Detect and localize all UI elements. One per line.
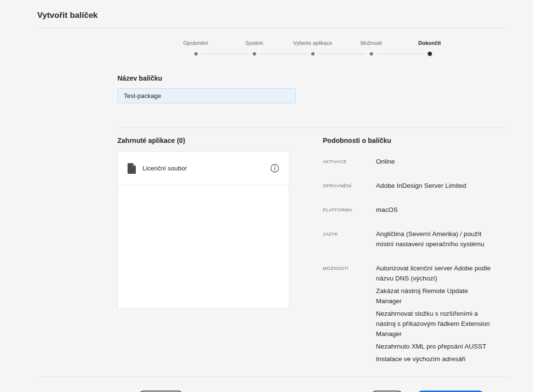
- detail-label: AKTIVACE: [323, 156, 376, 167]
- step-dot: [311, 52, 315, 56]
- detail-row-jazyk: JAZYK Angličtina (Severní Amerika) / pou…: [323, 229, 498, 249]
- detail-row-aktivace: AKTIVACE Online: [323, 156, 498, 167]
- included-apps-section: Zahrnuté aplikace (0) Licenční soubor: [117, 137, 289, 364]
- detail-label: MOŽNOSTI: [323, 263, 376, 364]
- list-item: Licenční soubor: [118, 152, 289, 185]
- detail-value-line: Adobe InDesign Server Limited: [376, 181, 494, 191]
- detail-value: Online: [376, 156, 494, 167]
- detail-value: macOS: [376, 205, 494, 215]
- detail-value-line: Instalace ve výchozím adresáři: [376, 354, 494, 364]
- document-file-icon: [128, 163, 136, 174]
- step-dot: [370, 52, 373, 56]
- package-name-label: Název balíčku: [117, 74, 508, 82]
- step-dot: [194, 52, 198, 56]
- detail-value: Autorizovat licenční server Adobe podle …: [376, 263, 494, 364]
- detail-value-line: Online: [376, 156, 494, 167]
- detail-value-line: macOS: [376, 205, 494, 215]
- step-label: Oprávnění: [167, 40, 225, 46]
- included-apps-box: Licenční soubor: [117, 151, 289, 308]
- wizard-footer: Předchozí Zrušit Sestavení balíčku: [37, 377, 508, 392]
- step-label: Možnosti: [342, 40, 401, 46]
- step-dot: [428, 52, 432, 56]
- detail-value-line: Autorizovat licenční server Adobe podle …: [376, 263, 494, 283]
- info-icon[interactable]: [270, 164, 279, 173]
- included-apps-heading: Zahrnuté aplikace (0): [117, 137, 289, 144]
- detail-row-opravneni: OPRÁVNĚNÍ Adobe InDesign Server Limited: [323, 181, 498, 191]
- step-label: Dokončit: [401, 40, 459, 46]
- detail-label: JAZYK: [323, 229, 376, 249]
- package-details-section: Podobnosti o balíčku AKTIVACE Online OPR…: [323, 137, 498, 364]
- detail-value: Adobe InDesign Server Limited: [376, 181, 494, 191]
- create-package-wizard: Vytvořit balíček Oprávnění Systém Vybert…: [0, 0, 533, 392]
- detail-value-line: Angličtina (Severní Amerika) / použít mí…: [376, 229, 494, 249]
- detail-value: Angličtina (Severní Amerika) / použít mí…: [376, 229, 494, 249]
- detail-value-line: Nezahrnovat složku s rozšířeními a nástr…: [376, 308, 494, 339]
- detail-row-moznosti: MOŽNOSTI Autorizovat licenční server Ado…: [323, 263, 498, 364]
- detail-row-platforma: PLATFORMA macOS: [323, 205, 498, 215]
- app-label: Licenční soubor: [143, 165, 187, 172]
- step-connector: [401, 51, 459, 56]
- step-dokoncit[interactable]: Dokončit: [401, 40, 459, 56]
- package-details-heading: Podobnosti o balíčku: [323, 137, 498, 144]
- detail-value-line: Zakázat nástroj Remote Update Manager: [376, 286, 494, 306]
- section-divider: [117, 127, 508, 128]
- package-name-input[interactable]: [117, 88, 296, 103]
- step-label: Systém: [225, 40, 284, 46]
- detail-value-line: Nezahrnuto XML pro přepsání AUSST: [376, 341, 494, 351]
- wizard-content: Oprávnění Systém Vyberte aplikace Možnos…: [117, 28, 508, 364]
- summary-columns: Zahrnuté aplikace (0) Licenční soubor: [117, 137, 508, 364]
- step-dot: [253, 52, 256, 56]
- detail-label: OPRÁVNĚNÍ: [323, 181, 376, 191]
- wizard-stepper: Oprávnění Systém Vyberte aplikace Možnos…: [117, 28, 508, 56]
- detail-label: PLATFORMA: [323, 205, 376, 215]
- step-label: Vyberte aplikace: [284, 40, 342, 46]
- page-title: Vytvořit balíček: [37, 11, 508, 20]
